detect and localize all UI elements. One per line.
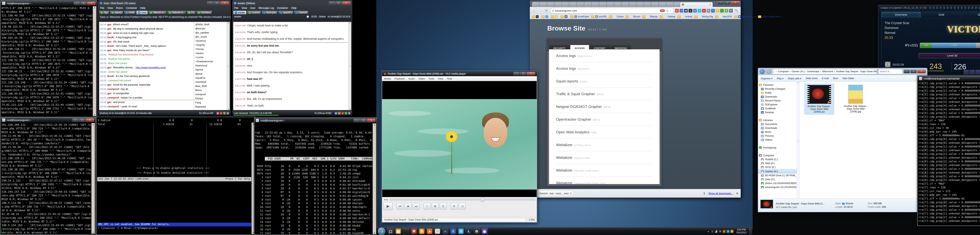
tray-icon[interactable]: ◖ [711,230,714,233]
breadcrumb[interactable]: ▸Computer▸Games (H:)▸Downloads▸Bittorrre… [772,69,877,74]
site-link-row[interactable]: WebalizerTHENEOTENY.COM LOGS [556,177,652,184]
bookmark-item[interactable]: Canon [609,15,624,18]
maximize-button[interactable]: ▢ [79,118,85,122]
sidebar-node[interactable]: ▦Recent Places [758,99,797,103]
nick-item[interactable]: Akaricloud [195,64,229,68]
channel-tab[interactable]: ➤minbi [124,11,136,14]
sidebar-node[interactable]: ▼Downloads [758,95,797,99]
bookmark-star-icon[interactable]: ☆ [670,9,672,12]
taskbar-app-button[interactable]: ▢ [387,228,394,235]
taskbar-app-button[interactable]: L [465,228,473,235]
sidebar-node[interactable]: ▄XP32 (E:) [758,165,797,169]
site-link-row[interactable]: Traffic & Squid GrapherMRTG [556,87,652,100]
extension-icon[interactable]: ● [702,9,706,13]
menu-item[interactable]: Help [140,6,145,10]
taskbar-app-button[interactable]: t [450,228,457,235]
bookmark-item[interactable]: ▮Instawallet [734,15,753,18]
tray-icon[interactable]: ⚑ [719,230,722,233]
sidebar-node[interactable]: ◔Recently Changed [758,87,797,91]
minimize-button[interactable]: — [329,2,335,5]
lol-tab[interactable]: Overview [881,11,921,17]
taskbar-app-button[interactable]: ◉ [481,228,488,235]
extension-icon[interactable]: 文 [675,9,679,13]
sidebar-node[interactable]: ▄Games (H:) [758,169,797,173]
menu-item[interactable]: View [107,6,113,10]
tray-expand-icon[interactable]: ▴ [707,230,710,233]
sidebar-node[interactable]: ▣GodMode [758,106,797,110]
adblock-icon[interactable]: ABP [660,10,665,12]
show-desktop-button[interactable] [749,227,752,235]
query-tab[interactable]: ✓Leetnid [247,11,261,14]
sidebar-node[interactable]: ▰Public [758,91,797,95]
scroll-up-icon[interactable]: ▲ [92,123,94,125]
sidebar-node[interactable]: ▥Libraries [758,118,797,122]
sidebar-node[interactable] [758,142,797,146]
scroll-down-icon[interactable]: ▼ [92,231,94,233]
fullscreen-button[interactable]: ⛶ [423,203,431,210]
seek-bar[interactable] [390,199,535,200]
top-titlebar[interactable]: ⚡ root@luisaranguren:~ —▢✕ [255,118,377,123]
status-bell-icon[interactable]: ♪ [338,112,340,114]
minimize-button[interactable]: — [72,118,79,122]
sidebar-node[interactable]: ▄Raid (D:) [758,161,797,165]
scroll-up-icon[interactable]: ▲ [94,7,95,9]
nick-item[interactable]: coonpoof [195,92,229,96]
forward-button[interactable]: → [766,69,771,74]
menu-item[interactable]: Playback [395,77,405,80]
menu-item[interactable]: Container [277,6,288,10]
extension-icon[interactable]: ● [693,9,697,13]
menu-item[interactable]: File [100,6,104,10]
close-button[interactable]: ✕ [367,119,375,122]
toolbar-command[interactable]: Slide show [805,77,817,80]
bulb-icon[interactable]: ⚪ [666,9,669,12]
video-frame[interactable] [382,81,537,197]
menu-item[interactable]: Audio [408,77,415,80]
scrollbar[interactable]: ▲▼ [91,123,95,233]
status-list-icon[interactable]: ≣ [226,112,229,114]
maximize-button[interactable]: ▢ [360,119,366,122]
site-link-row[interactable]: WebalizerPRXJDG.COM LOGS [556,164,652,177]
site-link-row[interactable]: WebalizerHTTPD LOGS [556,138,652,151]
extension-icon[interactable]: ⚒ [729,9,733,13]
maximize-button[interactable]: ▢ [80,2,87,5]
sidebar-node[interactable]: ▄photos (\\LUISARANGUREN) (Q:) [758,181,797,185]
scrollbar[interactable]: ▲▼ [93,6,96,116]
bookmark-item[interactable]: IInstaPaper [570,15,589,18]
status-mute-icon[interactable]: ⊘ [220,112,223,114]
sidebar-node[interactable]: ▧Pictures [758,134,797,138]
menu-item[interactable]: Container [126,6,137,10]
breadcrumb-segment[interactable]: ▸Games (H:) [789,70,804,73]
nick-item[interactable]: +DogTie [195,43,229,47]
nick-item[interactable]: +[Author] [195,39,229,43]
nick-item[interactable]: +Lumix [195,55,229,59]
item-slot[interactable] [964,70,969,75]
file-avi[interactable]: Another Gay Sequel - Gays Gone Wild (200… [804,84,834,114]
toolbar-command[interactable]: Organize ▾ [760,77,772,80]
reload-button[interactable]: ↻ [544,8,549,13]
site-link-row[interactable]: Access logsANALOG 6.0 [556,49,652,62]
nick-item[interactable]: Brexx [195,88,229,92]
seek-knob[interactable] [481,198,484,202]
extension-icon[interactable]: ¶ [716,9,719,13]
sidebar-node[interactable] [758,114,797,118]
bookmark-item[interactable]: t [541,15,549,18]
minimize-button[interactable]: — [513,72,520,75]
nick-item[interactable]: Hamish [195,109,229,110]
minimize-button[interactable]: — [353,119,360,122]
omnibox[interactable]: ◍ luisaranguren.com ABP⚪☆ [550,8,674,13]
tray-icon[interactable]: S [727,230,730,233]
menu-item[interactable]: Room [116,6,123,10]
shuffle-button[interactable]: ⤨ [459,203,466,210]
channel-tab[interactable]: ➤#ga [99,11,109,14]
site-link-row[interactable]: Access logsAWSTATS [556,62,652,75]
scrollbar[interactable]: ▲▼ [372,123,376,234]
menu-item[interactable]: Video [418,77,425,80]
play-button[interactable]: ▶ [383,202,393,210]
nick-item[interactable]: flopeared [195,105,229,109]
taskbar-clock[interactable]: 3:53 PM 7/01/2012 [735,228,748,234]
bookmark-item[interactable]: Yubikey [660,15,675,18]
menu-item[interactable]: Media [384,77,391,80]
item-slot[interactable] [975,70,980,75]
download-item[interactable]: Hamish - bat - resiz....mkv ▾ [532,191,574,197]
nick-item[interactable]: @x_panther [195,30,229,35]
